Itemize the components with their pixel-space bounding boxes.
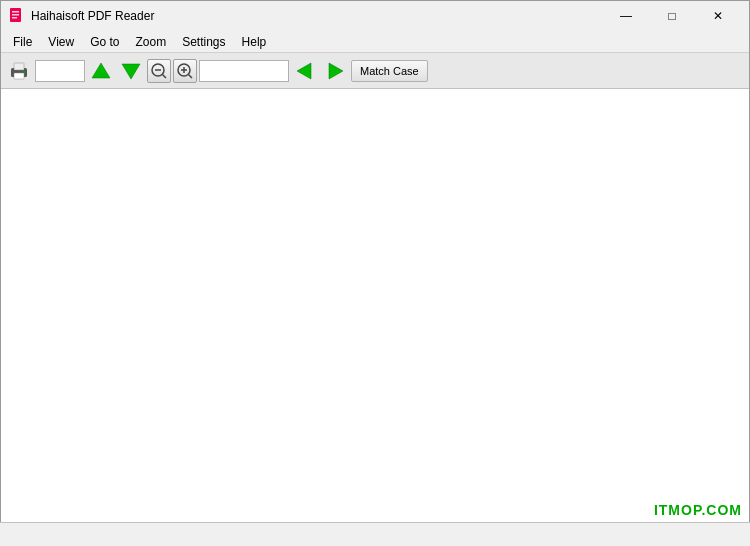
next-page-button[interactable] (117, 57, 145, 85)
menu-zoom[interactable]: Zoom (128, 31, 175, 53)
arrow-up-icon (90, 60, 112, 82)
svg-rect-2 (12, 14, 19, 16)
minimize-button[interactable]: — (603, 1, 649, 31)
arrow-down-icon (120, 60, 142, 82)
svg-rect-3 (12, 17, 17, 19)
window-controls: — □ ✕ (603, 1, 741, 31)
svg-rect-1 (12, 11, 19, 13)
svg-line-16 (189, 74, 193, 78)
svg-marker-9 (122, 64, 140, 79)
menu-file[interactable]: File (5, 31, 40, 53)
print-button[interactable] (5, 57, 33, 85)
menu-bar: File View Go to Zoom Settings Help (1, 31, 749, 53)
svg-marker-17 (297, 63, 311, 79)
zoom-in-button[interactable] (173, 59, 197, 83)
app-icon (9, 8, 25, 24)
arrow-left-icon (294, 60, 316, 82)
arrow-right-icon (324, 60, 346, 82)
svg-rect-6 (14, 73, 24, 79)
toolbar: Match Case (1, 53, 749, 89)
svg-point-7 (23, 71, 25, 73)
match-case-button[interactable]: Match Case (351, 60, 428, 82)
svg-marker-18 (329, 63, 343, 79)
search-next-button[interactable] (321, 57, 349, 85)
menu-view[interactable]: View (40, 31, 82, 53)
search-prev-button[interactable] (291, 57, 319, 85)
status-bar (0, 522, 750, 546)
maximize-button[interactable]: □ (649, 1, 695, 31)
watermark: ITMOP.COM (654, 502, 742, 518)
zoom-in-icon (175, 61, 195, 81)
search-input[interactable] (199, 60, 289, 82)
menu-goto[interactable]: Go to (82, 31, 127, 53)
zoom-out-button[interactable] (147, 59, 171, 83)
close-button[interactable]: ✕ (695, 1, 741, 31)
zoom-out-icon (149, 61, 169, 81)
menu-help[interactable]: Help (234, 31, 275, 53)
printer-icon (8, 60, 30, 82)
svg-marker-8 (92, 63, 110, 78)
svg-rect-5 (14, 63, 24, 70)
menu-settings[interactable]: Settings (174, 31, 233, 53)
svg-line-12 (163, 74, 167, 78)
prev-page-button[interactable] (87, 57, 115, 85)
title-bar: Haihaisoft PDF Reader — □ ✕ (1, 1, 749, 31)
window-title: Haihaisoft PDF Reader (31, 9, 603, 23)
page-number-input[interactable] (35, 60, 85, 82)
pdf-viewer-area (1, 89, 749, 523)
